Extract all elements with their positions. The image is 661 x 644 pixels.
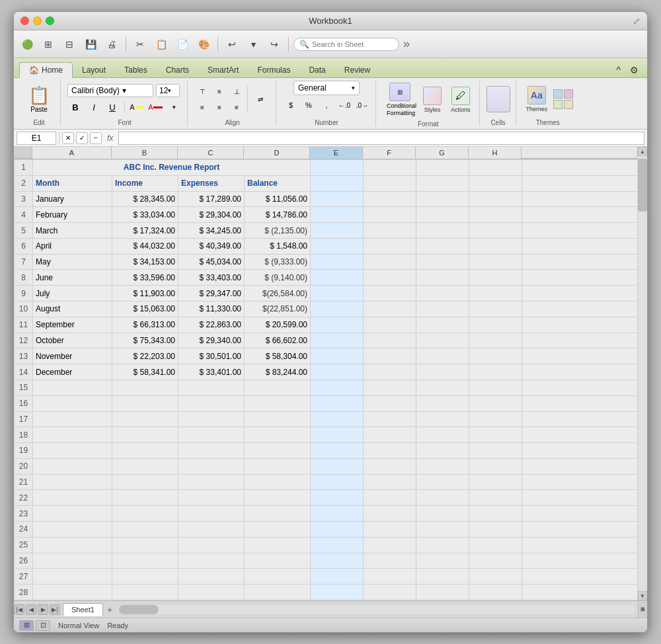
page-layout-btn[interactable]: ⊡ <box>36 620 50 631</box>
cell-a10[interactable]: August <box>33 302 112 317</box>
add-sheet-btn[interactable]: + <box>103 603 116 616</box>
underline-button[interactable]: U <box>104 100 120 114</box>
cell-c7[interactable]: $ 45,034.00 <box>178 254 245 270</box>
cell-h14[interactable] <box>469 364 522 380</box>
cell-d3[interactable]: $ 11,056.00 <box>245 191 311 207</box>
cell-c13[interactable]: $ 30,501.00 <box>178 348 245 364</box>
row-num-24[interactable]: 24 <box>15 521 33 537</box>
cell-b5[interactable]: $ 17,324.00 <box>112 223 178 239</box>
col-header-d[interactable]: D <box>244 147 310 159</box>
normal-view-btn[interactable]: ⊞ <box>19 620 34 631</box>
actions-btn[interactable]: 🖊 Actions <box>447 85 474 115</box>
resize-icon[interactable]: ⤢ <box>633 16 641 26</box>
row-num-17[interactable]: 17 <box>15 411 33 427</box>
tab-first-btn[interactable]: |◀ <box>14 604 24 615</box>
row-num-27[interactable]: 27 <box>15 569 33 584</box>
row-num-28[interactable]: 28 <box>15 584 33 600</box>
tab-data[interactable]: Data <box>299 63 334 77</box>
tab-layout[interactable]: Layout <box>73 63 115 77</box>
align-top-btn[interactable]: ⊤ <box>194 84 210 99</box>
align-middle-btn[interactable]: ≡ <box>212 84 227 99</box>
cell-h5[interactable] <box>469 223 522 239</box>
cell-h13[interactable] <box>469 348 522 364</box>
row-num-21[interactable]: 21 <box>15 474 33 490</box>
increase-decimal-btn[interactable]: .0→ <box>354 98 370 112</box>
cell-f7[interactable] <box>364 254 416 270</box>
cell-d8[interactable]: $ (9,140.00) <box>245 270 311 286</box>
row-num-7[interactable]: 7 <box>15 254 33 270</box>
sheet-tab-sheet1[interactable]: Sheet1 <box>63 603 103 616</box>
cell-f4[interactable] <box>364 207 416 223</box>
comma-btn[interactable]: , <box>319 98 334 112</box>
col-header-a[interactable]: A <box>32 147 112 159</box>
bold-button[interactable]: B <box>67 100 83 114</box>
cell-e1[interactable] <box>311 160 364 176</box>
row-num-6[interactable]: 6 <box>15 238 33 254</box>
cell-b4[interactable]: $ 33,034.00 <box>112 207 178 223</box>
row-num-16[interactable]: 16 <box>15 395 33 411</box>
cell-g1[interactable] <box>416 160 469 176</box>
cell-e9[interactable] <box>311 286 364 302</box>
cell-f13[interactable] <box>364 348 416 364</box>
scroll-up-btn[interactable]: ▲ <box>638 147 647 156</box>
align-bottom-btn[interactable]: ⊥ <box>229 84 245 99</box>
cell-g4[interactable] <box>416 207 469 223</box>
row-num-25[interactable]: 25 <box>15 537 33 553</box>
row-num-2[interactable]: 2 <box>15 175 33 191</box>
cell-e5[interactable] <box>311 223 364 239</box>
row-num-5[interactable]: 5 <box>15 223 33 239</box>
toolbar-cut-btn[interactable]: ✂ <box>131 35 149 54</box>
ribbon-settings-btn[interactable]: ⚙ <box>627 63 642 77</box>
percent-btn[interactable]: % <box>301 98 317 112</box>
cell-f9[interactable] <box>364 286 416 302</box>
cell-f1[interactable] <box>364 160 416 176</box>
tab-formulas[interactable]: Formulas <box>248 63 299 77</box>
cell-a7[interactable]: May <box>33 254 112 270</box>
horizontal-scrollbar[interactable] <box>119 605 635 614</box>
cell-g11[interactable] <box>416 317 469 333</box>
cell-c11[interactable]: $ 22,863.00 <box>178 317 245 333</box>
cell-h10[interactable] <box>469 302 522 317</box>
cell-a5[interactable]: March <box>33 223 112 239</box>
align-right-btn[interactable]: ≡ <box>229 100 245 114</box>
cell-g2[interactable] <box>416 175 469 191</box>
cell-e3[interactable] <box>311 191 364 207</box>
conditional-formatting-btn[interactable]: ▦ ConditionalFormatting <box>383 81 417 119</box>
cell-g3[interactable] <box>416 191 469 207</box>
cell-g5[interactable] <box>416 223 469 239</box>
row-num-13[interactable]: 13 <box>15 348 33 364</box>
row-num-18[interactable]: 18 <box>15 427 33 443</box>
cell-c4[interactable]: $ 29,304.00 <box>178 207 245 223</box>
cell-d13[interactable]: $ 58,304.00 <box>245 348 311 364</box>
cell-e6[interactable] <box>311 238 364 254</box>
cell-e11[interactable] <box>311 317 364 333</box>
cell-c8[interactable]: $ 33,403.00 <box>178 270 245 286</box>
cell-d9[interactable]: $(26,584.00) <box>245 286 311 302</box>
formula-accept-btn[interactable]: ✓ <box>76 132 88 144</box>
cell-f12[interactable] <box>364 333 416 348</box>
row-num-10[interactable]: 10 <box>15 302 33 317</box>
col-header-c[interactable]: C <box>178 147 244 159</box>
formula-cancel-btn[interactable]: ✕ <box>62 132 74 144</box>
grid-body[interactable]: 1 ABC Inc. Revenue Report 2 Month Income… <box>14 159 638 600</box>
ribbon-collapse-btn[interactable]: ^ <box>613 63 624 77</box>
cell-a13[interactable]: November <box>33 348 112 364</box>
cell-a2[interactable]: Month <box>33 175 112 191</box>
cell-h1[interactable] <box>469 160 522 176</box>
scrollbar-corner[interactable]: ⊞ <box>638 601 647 618</box>
cell-c9[interactable]: $ 29,347.00 <box>178 286 245 302</box>
cell-d4[interactable]: $ 14,786.00 <box>245 207 311 223</box>
col-header-h[interactable]: H <box>469 147 522 159</box>
cell-a4[interactable]: February <box>33 207 112 223</box>
col-header-f[interactable]: F <box>363 147 416 159</box>
dropdown-arrow-btn[interactable]: ▾ <box>166 100 182 114</box>
paste-button[interactable]: 📋 Paste <box>23 83 55 116</box>
vertical-scrollbar[interactable]: ▲ ▼ <box>638 147 647 600</box>
toolbar-redo-btn[interactable]: ↪ <box>265 35 284 54</box>
cell-c2[interactable]: Expenses <box>178 175 245 191</box>
minimize-button[interactable] <box>33 17 42 25</box>
cell-f11[interactable] <box>364 317 416 333</box>
cell-b14[interactable]: $ 58,341.00 <box>112 364 178 380</box>
cell-d5[interactable]: $ (2,135.00) <box>245 223 311 239</box>
cell-g13[interactable] <box>416 348 469 364</box>
